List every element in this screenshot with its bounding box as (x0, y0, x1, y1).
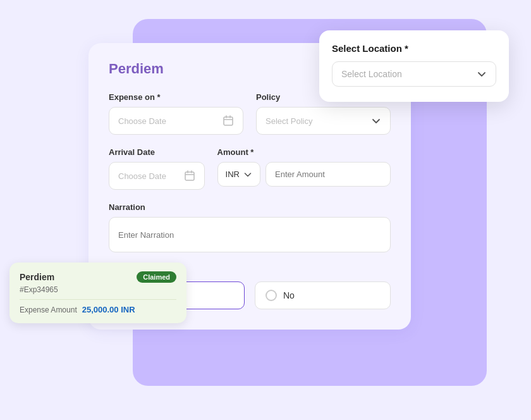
arrival-date-placeholder: Choose Date (118, 171, 166, 181)
location-placeholder: Select Location (341, 69, 402, 79)
expense-on-label: Expense on * (109, 92, 243, 102)
arrival-calendar-icon (184, 170, 195, 182)
narration-input[interactable] (109, 217, 391, 252)
claimed-divider (20, 299, 176, 300)
claimed-amount-label: Expense Amount (20, 306, 77, 314)
claimed-card-name: Perdiem (20, 272, 54, 282)
location-chevron-icon (477, 69, 487, 79)
location-select-dropdown[interactable]: Select Location (332, 61, 496, 87)
arrival-date-input[interactable]: Choose Date (109, 162, 205, 190)
currency-chevron-icon (243, 170, 252, 179)
policy-placeholder: Select Policy (266, 116, 312, 126)
narration-label: Narration (109, 202, 391, 212)
no-radio-option[interactable]: No (255, 281, 391, 309)
expense-on-placeholder: Choose Date (118, 116, 166, 126)
claimed-card: Perdiem Claimed #Exp34965 Expense Amount… (9, 262, 186, 323)
claimed-card-id: #Exp34965 (20, 285, 176, 294)
calendar-icon (223, 115, 234, 127)
currency-select[interactable]: INR (217, 162, 260, 187)
amount-input-group: INR (217, 162, 391, 187)
arrival-date-group: Arrival Date Choose Date (109, 147, 205, 190)
claimed-amount-value: 25,000.00 INR (82, 305, 135, 314)
no-radio-circle (266, 290, 277, 301)
amount-input[interactable] (266, 162, 391, 187)
expense-on-input[interactable]: Choose Date (109, 107, 243, 135)
claimed-badge: Claimed (137, 271, 176, 283)
location-card-title: Select Location * (332, 43, 496, 54)
policy-chevron-icon (371, 116, 381, 126)
arrival-date-label: Arrival Date (109, 147, 205, 157)
policy-select[interactable]: Select Policy (256, 107, 391, 135)
claimed-card-top: Perdiem Claimed (20, 271, 176, 283)
no-label: No (283, 290, 295, 300)
amount-group: Amount * INR (217, 147, 391, 190)
narration-section: Narration (109, 202, 391, 252)
currency-value: INR (226, 170, 240, 179)
location-card: Select Location * Select Location (319, 30, 509, 102)
svg-rect-0 (224, 117, 233, 125)
amount-label: Amount * (217, 147, 391, 157)
expense-on-group: Expense on * Choose Date (109, 92, 243, 135)
claimed-amount-row: Expense Amount 25,000.00 INR (20, 305, 176, 314)
svg-rect-1 (185, 172, 194, 180)
form-row-2: Arrival Date Choose Date Amount * INR (109, 147, 391, 190)
